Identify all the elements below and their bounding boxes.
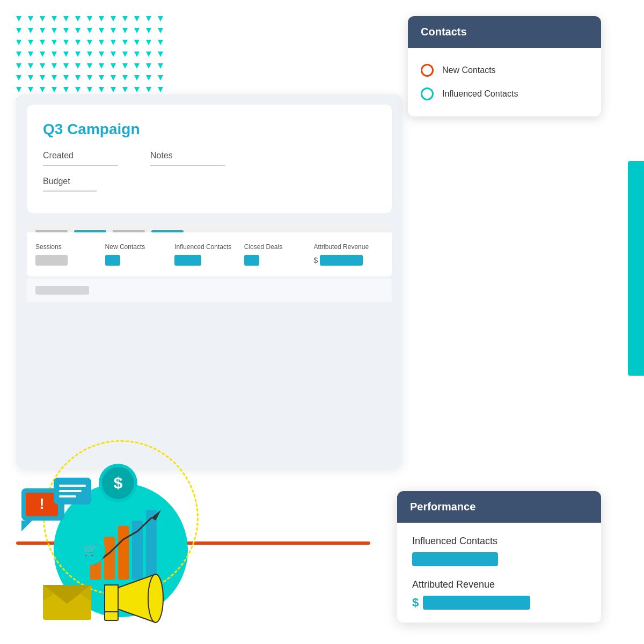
svg-text:🛒: 🛒	[84, 544, 97, 557]
contacts-card: Contacts New Contacts Influenced Contact…	[408, 16, 601, 116]
svg-text:$: $	[114, 474, 123, 492]
budget-underline	[43, 191, 97, 192]
field-notes: Notes	[150, 151, 225, 166]
attributed-revenue-value: $	[313, 255, 383, 266]
perf-dollar-sign: $	[412, 596, 419, 610]
budget-label: Budget	[43, 177, 376, 186]
stats-row-2	[27, 279, 392, 302]
perf-revenue-bar	[423, 596, 530, 610]
svg-point-26	[148, 574, 163, 623]
closed-deals-label: Closed Deals	[244, 243, 314, 251]
svg-text:!: !	[39, 495, 44, 512]
tabs-area	[27, 224, 392, 232]
field-budget: Budget	[43, 177, 376, 192]
stats-row: Sessions New Contacts Influenced Contact…	[27, 232, 392, 276]
created-underline	[43, 165, 118, 166]
dollar-sign: $	[313, 256, 318, 265]
tab-3[interactable]	[113, 230, 145, 232]
svg-rect-16	[118, 526, 129, 580]
marketing-illustration: ! $ 🛒	[11, 456, 209, 628]
svg-rect-17	[132, 521, 143, 580]
stat-sessions: Sessions	[35, 243, 105, 266]
new-contacts-legend-label: New Contacts	[442, 65, 496, 75]
illustration-svg: ! $ 🛒	[11, 456, 209, 628]
influenced-contacts-legend-label: Influenced Contacts	[442, 89, 518, 99]
notes-underline	[150, 165, 225, 166]
created-label: Created	[43, 151, 118, 160]
field-created: Created	[43, 151, 118, 166]
campaign-title: Q3 Campaign	[43, 121, 376, 138]
stat-new-contacts: New Contacts	[105, 243, 175, 266]
placeholder-bar-1	[35, 286, 89, 295]
tab-1[interactable]	[35, 230, 68, 232]
performance-card-header: Performance	[397, 491, 601, 523]
new-contacts-legend: New Contacts	[421, 58, 588, 82]
svg-marker-24	[105, 585, 118, 612]
teal-accent-right	[628, 161, 644, 376]
campaign-fields: Created Notes	[43, 151, 376, 166]
contacts-card-body: New Contacts Influenced Contacts	[408, 48, 601, 116]
campaign-card: Q3 Campaign Created Notes Budget S	[16, 94, 402, 470]
closed-deals-bar	[244, 255, 259, 266]
stat-attributed-revenue: Attributed Revenue $	[313, 243, 383, 266]
svg-rect-27	[105, 612, 118, 620]
new-contacts-bar	[105, 255, 120, 266]
svg-marker-5	[21, 521, 32, 531]
svg-rect-18	[146, 510, 157, 580]
campaign-card-inner: Q3 Campaign Created Notes Budget	[27, 105, 392, 213]
notes-label: Notes	[150, 151, 225, 160]
revenue-bar	[320, 255, 363, 266]
performance-header-title: Performance	[410, 501, 475, 513]
tab-4[interactable]	[151, 230, 184, 232]
performance-card-body: Influenced Contacts Attributed Revenue $	[397, 523, 601, 623]
stat-closed-deals: Closed Deals	[244, 243, 314, 266]
performance-card: Performance Influenced Contacts Attribut…	[397, 491, 601, 623]
sessions-bar	[35, 255, 68, 266]
perf-influenced-bar	[412, 552, 498, 566]
influenced-contacts-icon	[421, 87, 434, 100]
influenced-contacts-label: Influenced Contacts	[174, 243, 244, 251]
influenced-contacts-bar	[174, 255, 201, 266]
attributed-revenue-label: Attributed Revenue	[313, 243, 383, 251]
contacts-card-header: Contacts	[408, 16, 601, 48]
perf-revenue-label: Attributed Revenue	[412, 579, 586, 590]
sessions-label: Sessions	[35, 243, 105, 251]
perf-revenue-row: $	[412, 596, 586, 610]
influenced-contacts-legend: Influenced Contacts	[421, 82, 588, 106]
contacts-header-title: Contacts	[421, 26, 467, 38]
svg-rect-15	[104, 537, 115, 580]
tab-2[interactable]	[74, 230, 106, 232]
perf-influenced-label: Influenced Contacts	[412, 536, 586, 547]
new-contacts-label: New Contacts	[105, 243, 175, 251]
stat-influenced-contacts: Influenced Contacts	[174, 243, 244, 266]
new-contacts-icon	[421, 64, 434, 77]
